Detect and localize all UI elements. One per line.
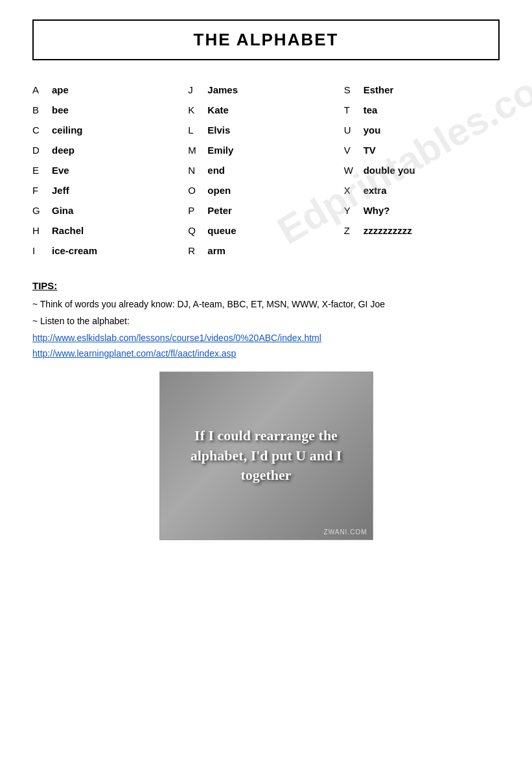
alpha-word: Kate <box>207 104 229 115</box>
tips-link1[interactable]: http://www.eslkidslab.com/lessons/course… <box>32 333 500 343</box>
alpha-word: Peter <box>207 205 232 216</box>
alpha-word: Emily <box>207 145 233 156</box>
alpha-word: TV <box>364 145 376 156</box>
alpha-row: Aape <box>32 80 188 100</box>
alpha-word: Eve <box>52 165 69 176</box>
alpha-row: Xextra <box>344 180 500 200</box>
alpha-row: Bbee <box>32 100 188 120</box>
alpha-word: ape <box>52 84 69 95</box>
alpha-word: you <box>364 124 381 136</box>
alpha-row: Qqueue <box>188 220 343 241</box>
title-box: THE ALPHABET <box>32 19 500 60</box>
alpha-letter: A <box>32 84 52 95</box>
alpha-row: Oopen <box>188 180 343 200</box>
alpha-word: bee <box>52 104 69 115</box>
alpha-row: Wdouble you <box>344 160 500 180</box>
alpha-letter: W <box>344 165 364 176</box>
quote-source: ZWANI.COM <box>324 528 367 536</box>
alpha-row: FJeff <box>32 180 188 200</box>
alpha-word: James <box>207 84 238 95</box>
alpha-row: YWhy? <box>344 200 500 220</box>
alpha-letter: J <box>188 84 207 95</box>
alpha-letter: L <box>188 124 207 136</box>
alpha-letter: F <box>32 185 52 196</box>
alpha-letter: V <box>344 145 364 156</box>
alpha-letter: G <box>32 205 52 216</box>
tips-section: TIPS: ~ Think of words you already know:… <box>32 280 500 359</box>
alpha-letter: U <box>344 124 364 136</box>
alpha-row: LElvis <box>188 120 343 140</box>
alpha-letter: B <box>32 104 52 115</box>
alpha-row: HRachel <box>32 220 188 241</box>
alpha-row: Ddeep <box>32 140 188 160</box>
alpha-row: JJames <box>188 80 343 100</box>
alpha-row: VTV <box>344 140 500 160</box>
tips-tip2: ~ Listen to the alphabet: <box>32 316 500 326</box>
alpha-row: Zzzzzzzzzzz <box>344 220 500 241</box>
alpha-row: Uyou <box>344 120 500 140</box>
quote-image: If I could rearrange the alphabet, I'd p… <box>159 372 373 540</box>
alpha-word: Gina <box>52 205 73 216</box>
alpha-word: ice-cream <box>52 245 97 256</box>
page-title: THE ALPHABET <box>47 30 485 50</box>
alpha-row: Iice-cream <box>32 241 188 261</box>
alpha-row: MEmily <box>188 140 343 160</box>
alphabet-grid: AapeJJamesSEstherBbeeKKateTteaCceilingLE… <box>32 80 500 261</box>
alpha-word: end <box>207 165 225 176</box>
alpha-row: PPeter <box>188 200 343 220</box>
alpha-row: KKate <box>188 100 343 120</box>
alpha-row: Cceiling <box>32 120 188 140</box>
alpha-word: Jeff <box>52 185 69 196</box>
alpha-letter: T <box>344 104 364 115</box>
alpha-letter: Q <box>188 225 207 236</box>
alpha-row: Ttea <box>344 100 500 120</box>
tips-tip1: ~ Think of words you already know: DJ, A… <box>32 299 500 309</box>
alpha-row: GGina <box>32 200 188 220</box>
alpha-word: arm <box>207 245 226 256</box>
alpha-letter: E <box>32 165 52 176</box>
alpha-letter: C <box>32 124 52 136</box>
alpha-word: Rachel <box>52 225 84 236</box>
alpha-letter: S <box>344 84 364 95</box>
alpha-letter: R <box>188 245 207 256</box>
quote-image-inner: If I could rearrange the alphabet, I'd p… <box>160 372 373 539</box>
alpha-letter: O <box>188 185 207 196</box>
alpha-row: Nend <box>188 160 343 180</box>
alpha-letter: N <box>188 165 207 176</box>
tips-link2[interactable]: http://www.learningplanet.com/act/fl/aac… <box>32 348 500 359</box>
alpha-letter: P <box>188 205 207 216</box>
alpha-letter: D <box>32 145 52 156</box>
image-container: If I could rearrange the alphabet, I'd p… <box>32 372 500 540</box>
alpha-word: deep <box>52 145 75 156</box>
alpha-letter: X <box>344 185 364 196</box>
alpha-letter: Y <box>344 205 364 216</box>
alpha-word: queue <box>207 225 236 236</box>
alpha-word: zzzzzzzzzz <box>364 225 412 236</box>
alpha-word: Elvis <box>207 124 230 136</box>
alpha-word: Esther <box>364 84 394 95</box>
alpha-row: Rarm <box>188 241 343 261</box>
tips-title: TIPS: <box>32 280 500 291</box>
alpha-word: double you <box>364 165 415 176</box>
alpha-row: EEve <box>32 160 188 180</box>
quote-text: If I could rearrange the alphabet, I'd p… <box>173 426 360 486</box>
alpha-letter: I <box>32 245 52 256</box>
alpha-word: tea <box>364 104 378 115</box>
alpha-word: ceiling <box>52 124 83 136</box>
alpha-letter: K <box>188 104 207 115</box>
alpha-word: extra <box>364 185 387 196</box>
alpha-row: SEsther <box>344 80 500 100</box>
alpha-letter: H <box>32 225 52 236</box>
alpha-word: open <box>207 185 231 196</box>
alpha-word: Why? <box>364 205 390 216</box>
alpha-letter: M <box>188 145 207 156</box>
alpha-letter: Z <box>344 225 364 236</box>
